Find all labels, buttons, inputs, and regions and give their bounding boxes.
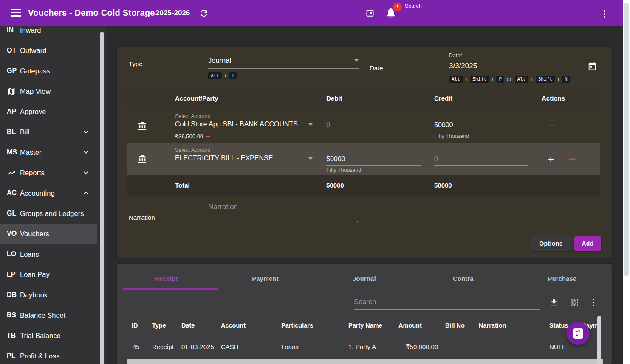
remove-row-button[interactable] xyxy=(549,125,556,126)
voucher-type-select[interactable]: Journal xyxy=(208,56,359,69)
voucher-table-header: ID Type Date Account Particulars Party N… xyxy=(117,316,601,335)
header-overflow-menu-icon[interactable] xyxy=(601,9,608,19)
map-icon xyxy=(7,87,20,96)
entry-table-header: Account/Party Debit Credit Actions xyxy=(127,88,600,109)
date-input[interactable] xyxy=(449,61,599,73)
fab-calculator-button[interactable]: −×+= xyxy=(566,322,590,345)
negative-indicator-icon xyxy=(206,136,210,137)
col-account-party: Account/Party xyxy=(175,88,218,109)
add-button[interactable]: Add xyxy=(574,236,601,251)
col-type: Type xyxy=(152,316,166,335)
sidebar-item-master[interactable]: MSMaster xyxy=(0,142,97,162)
table-row[interactable]: 45 Receipt 01-03-2025 CASH Loans 1. Part… xyxy=(117,335,601,358)
sidebar-item-loans[interactable]: LOLoans xyxy=(0,244,97,264)
sidebar-item-reports[interactable]: Reports xyxy=(0,162,97,183)
sidebar-item-bill[interactable]: BLBill xyxy=(0,122,97,142)
chevron-up-icon xyxy=(82,189,90,197)
select-columns-icon[interactable] xyxy=(570,298,579,307)
cell-date: 01-03-2025 xyxy=(181,335,214,358)
sidebar-item-outward[interactable]: OTOutward xyxy=(0,40,97,61)
options-button[interactable]: Options xyxy=(531,236,571,251)
sidebar-item-approve[interactable]: APApprove xyxy=(0,101,97,122)
bank-icon xyxy=(138,154,147,164)
sidebar-item-daybook[interactable]: DBDaybook xyxy=(0,285,97,305)
cell-particulars: Loans xyxy=(281,335,299,358)
credit-input[interactable] xyxy=(434,155,528,166)
notifications-button[interactable]: ! xyxy=(385,7,398,20)
sidebar-item-profit-loss[interactable]: PLProfit & Loss xyxy=(0,346,97,364)
download-icon[interactable] xyxy=(549,298,559,307)
main-scrollbar[interactable] xyxy=(623,0,630,364)
date-shortcut-hint: Alt + Shift + P or Alt + Shift + N xyxy=(449,76,570,83)
app-window-icon[interactable] xyxy=(366,9,374,17)
cell-status: NULL xyxy=(549,335,565,358)
hamburger-menu-icon[interactable] xyxy=(11,9,21,17)
chevron-down-icon xyxy=(354,59,359,62)
sidebar-item-accounting[interactable]: ACAccounting xyxy=(0,183,97,203)
tab-contra[interactable]: Contra xyxy=(414,269,513,290)
sidebar-scrollbar[interactable] xyxy=(100,32,104,364)
add-row-button[interactable]: + xyxy=(548,155,554,163)
tab-purchase[interactable]: Purchase xyxy=(513,269,612,290)
sidebar-item-loan-pay[interactable]: LPLoan Pay xyxy=(0,264,97,285)
select-account-label: Select Account xyxy=(175,113,210,119)
chevron-down-icon xyxy=(308,157,313,160)
col-amount: Amount xyxy=(398,316,422,335)
col-particulars: Particulars xyxy=(281,316,313,335)
account-select[interactable]: Cold Store App SBI - BANK ACCOUNTS xyxy=(175,120,314,132)
sidebar-item-map-view[interactable]: Map View xyxy=(0,81,97,101)
remove-row-button[interactable] xyxy=(569,158,576,160)
sidebar-list: INInward OTOutward GPGatepass Map View A… xyxy=(0,26,97,364)
col-actions: Actions xyxy=(542,88,565,109)
account-select[interactable]: ELECTRICITY BILL - EXPENSE xyxy=(175,154,314,166)
calculator-icon: −×+= xyxy=(573,328,583,339)
account-balance: ₹36,500.00 xyxy=(175,133,210,140)
col-credit: Credit xyxy=(434,88,452,109)
sidebar-item-gatepass[interactable]: GPGatepass xyxy=(0,61,97,81)
credit-input[interactable] xyxy=(434,121,528,132)
amount-words: Fifty Thousand xyxy=(326,167,361,173)
refresh-icon[interactable] xyxy=(199,8,209,18)
entry-row: Select Account Cold Store App SBI - BANK… xyxy=(127,109,600,143)
chevron-down-icon xyxy=(82,168,90,177)
narration-field xyxy=(208,203,359,223)
sidebar-item-trial-balance[interactable]: TBTrial Balance xyxy=(0,325,97,346)
fiscal-year-selector[interactable]: 2025-2026 xyxy=(155,9,190,17)
debit-input[interactable] xyxy=(326,155,421,166)
header-search-label[interactable]: Search xyxy=(405,3,422,9)
main-scrollbar-thumb[interactable] xyxy=(624,3,629,276)
voucher-search-input[interactable] xyxy=(354,296,540,310)
select-account-label: Select Account xyxy=(175,147,210,153)
sidebar-item-vouchers[interactable]: VOVouchers xyxy=(0,224,97,244)
sidebar: INInward OTOutward GPGatepass Map View A… xyxy=(0,26,106,364)
sidebar-item-balance-sheet[interactable]: BSBalance Sheet xyxy=(0,305,97,325)
tab-receipt[interactable]: Receipt xyxy=(117,269,216,290)
total-label: Total xyxy=(175,175,190,196)
chevron-down-icon xyxy=(82,148,90,157)
table-horizontal-scrollbar[interactable] xyxy=(127,359,603,364)
sidebar-item-groups-and-ledgers[interactable]: GLGroups and Ledgers xyxy=(0,203,97,224)
narration-label: Narration xyxy=(129,214,155,221)
amount-words: Fifty Thousand xyxy=(434,133,469,139)
col-bill-no: Bill No xyxy=(445,316,465,335)
type-label: Type xyxy=(129,60,143,67)
narration-textarea[interactable] xyxy=(208,203,359,221)
col-status: Status xyxy=(549,316,568,335)
voucher-search-field xyxy=(354,296,540,310)
active-tab-indicator xyxy=(123,288,218,290)
debit-input[interactable] xyxy=(326,121,421,132)
sidebar-item-inward[interactable]: INInward xyxy=(0,26,97,40)
calendar-icon[interactable] xyxy=(588,62,597,71)
trending-up-icon xyxy=(7,168,20,177)
tab-journal[interactable]: Journal xyxy=(315,269,414,290)
cell-type: Receipt xyxy=(152,335,174,358)
chevron-down-icon xyxy=(82,128,90,136)
voucher-form-panel: Type Journal Alt + T Date Date* Alt + Sh… xyxy=(117,47,612,258)
tab-payment[interactable]: Payment xyxy=(216,269,315,290)
list-overflow-menu-icon[interactable] xyxy=(593,299,594,306)
table-vertical-scrollbar[interactable] xyxy=(597,316,601,364)
cell-account: CASH xyxy=(221,335,239,358)
date-label: Date xyxy=(370,64,383,72)
entry-row: Select Account ELECTRICITY BILL - EXPENS… xyxy=(127,143,600,175)
resize-grip-icon[interactable] xyxy=(355,216,359,221)
